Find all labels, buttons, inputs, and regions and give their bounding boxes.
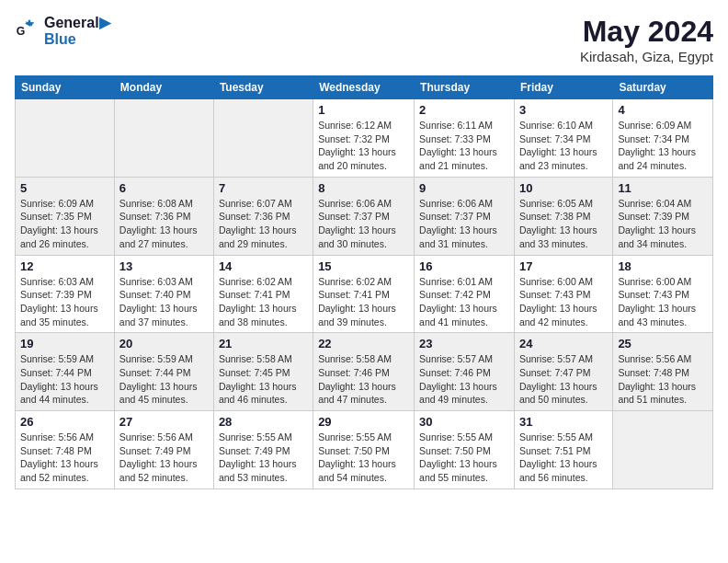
day-number: 19: [20, 337, 109, 350]
day-info: Sunrise: 6:08 AMSunset: 7:36 PMDaylight:…: [119, 197, 209, 251]
day-info: Sunrise: 6:10 AMSunset: 7:34 PMDaylight:…: [519, 119, 608, 173]
svg-text:G: G: [17, 24, 26, 37]
calendar-cell: 30Sunrise: 5:55 AMSunset: 7:50 PMDayligh…: [415, 411, 515, 489]
day-info: Sunrise: 6:01 AMSunset: 7:42 PMDaylight:…: [419, 275, 509, 329]
calendar-cell: 26Sunrise: 5:56 AMSunset: 7:48 PMDayligh…: [16, 411, 115, 489]
calendar-cell: 6Sunrise: 6:08 AMSunset: 7:36 PMDaylight…: [114, 177, 213, 255]
calendar-week-4: 19Sunrise: 5:59 AMSunset: 7:44 PMDayligh…: [16, 333, 713, 411]
calendar-cell: 21Sunrise: 5:58 AMSunset: 7:45 PMDayligh…: [213, 333, 313, 411]
weekday-header-wednesday: Wednesday: [313, 76, 415, 99]
day-info: Sunrise: 6:02 AMSunset: 7:41 PMDaylight:…: [318, 275, 409, 329]
day-number: 24: [519, 337, 608, 350]
day-info: Sunrise: 5:59 AMSunset: 7:44 PMDaylight:…: [20, 352, 109, 407]
day-info: Sunrise: 6:12 AMSunset: 7:32 PMDaylight:…: [318, 119, 409, 173]
day-number: 13: [119, 259, 209, 273]
day-number: 30: [419, 415, 509, 429]
calendar-cell: 4Sunrise: 6:09 AMSunset: 7:34 PMDaylight…: [613, 99, 713, 178]
calendar-cell: 1Sunrise: 6:12 AMSunset: 7:32 PMDaylight…: [313, 99, 415, 178]
day-info: Sunrise: 5:57 AMSunset: 7:47 PMDaylight:…: [519, 352, 608, 407]
day-number: 28: [219, 415, 308, 429]
day-number: 2: [419, 103, 509, 117]
day-number: 5: [20, 181, 109, 195]
day-info: Sunrise: 5:56 AMSunset: 7:49 PMDaylight:…: [119, 431, 209, 485]
logo: G General▶ Blue: [15, 15, 110, 47]
calendar-cell: 18Sunrise: 6:00 AMSunset: 7:43 PMDayligh…: [613, 255, 713, 333]
calendar-cell: 10Sunrise: 6:05 AMSunset: 7:38 PMDayligh…: [514, 177, 612, 255]
calendar-cell: 29Sunrise: 5:55 AMSunset: 7:50 PMDayligh…: [313, 411, 415, 489]
logo-text: General▶ Blue: [44, 15, 110, 47]
calendar-cell: [16, 99, 115, 178]
calendar-cell: 3Sunrise: 6:10 AMSunset: 7:34 PMDaylight…: [514, 99, 612, 178]
calendar-table: SundayMondayTuesdayWednesdayThursdayFrid…: [15, 75, 713, 489]
calendar-cell: 15Sunrise: 6:02 AMSunset: 7:41 PMDayligh…: [313, 255, 415, 333]
weekday-header-sunday: Sunday: [16, 76, 115, 99]
day-number: 12: [20, 259, 109, 273]
calendar-cell: 27Sunrise: 5:56 AMSunset: 7:49 PMDayligh…: [114, 411, 213, 489]
day-number: 20: [119, 337, 209, 350]
calendar-cell: 19Sunrise: 5:59 AMSunset: 7:44 PMDayligh…: [16, 333, 115, 411]
day-info: Sunrise: 6:09 AMSunset: 7:35 PMDaylight:…: [20, 197, 109, 251]
location: Kirdasah, Giza, Egypt: [580, 49, 713, 64]
calendar-cell: 25Sunrise: 5:56 AMSunset: 7:48 PMDayligh…: [613, 333, 713, 411]
weekday-header-row: SundayMondayTuesdayWednesdayThursdayFrid…: [16, 76, 713, 99]
day-number: 25: [618, 337, 708, 350]
calendar-cell: 7Sunrise: 6:07 AMSunset: 7:36 PMDaylight…: [213, 177, 313, 255]
day-info: Sunrise: 6:03 AMSunset: 7:40 PMDaylight:…: [119, 275, 209, 329]
day-info: Sunrise: 5:56 AMSunset: 7:48 PMDaylight:…: [618, 352, 708, 407]
day-number: 18: [618, 259, 708, 273]
day-info: Sunrise: 5:55 AMSunset: 7:50 PMDaylight:…: [318, 431, 409, 485]
title-block: May 2024 Kirdasah, Giza, Egypt: [580, 15, 713, 64]
day-number: 11: [618, 181, 708, 195]
month-title: May 2024: [580, 15, 713, 49]
day-info: Sunrise: 6:05 AMSunset: 7:38 PMDaylight:…: [519, 197, 608, 251]
day-info: Sunrise: 6:03 AMSunset: 7:39 PMDaylight:…: [20, 275, 109, 329]
day-number: 22: [318, 337, 409, 350]
day-number: 1: [318, 103, 409, 117]
calendar-cell: 23Sunrise: 5:57 AMSunset: 7:46 PMDayligh…: [415, 333, 515, 411]
calendar-cell: 31Sunrise: 5:55 AMSunset: 7:51 PMDayligh…: [514, 411, 612, 489]
calendar-cell: 2Sunrise: 6:11 AMSunset: 7:33 PMDaylight…: [415, 99, 515, 178]
calendar-cell: 20Sunrise: 5:59 AMSunset: 7:44 PMDayligh…: [114, 333, 213, 411]
calendar-cell: 13Sunrise: 6:03 AMSunset: 7:40 PMDayligh…: [114, 255, 213, 333]
day-info: Sunrise: 6:09 AMSunset: 7:34 PMDaylight:…: [618, 119, 708, 173]
calendar-cell: 9Sunrise: 6:06 AMSunset: 7:37 PMDaylight…: [415, 177, 515, 255]
day-info: Sunrise: 5:59 AMSunset: 7:44 PMDaylight:…: [119, 352, 209, 407]
calendar-cell: 24Sunrise: 5:57 AMSunset: 7:47 PMDayligh…: [514, 333, 612, 411]
day-info: Sunrise: 5:55 AMSunset: 7:49 PMDaylight:…: [219, 431, 308, 485]
day-info: Sunrise: 5:58 AMSunset: 7:46 PMDaylight:…: [318, 352, 409, 407]
day-number: 23: [419, 337, 509, 350]
day-info: Sunrise: 6:00 AMSunset: 7:43 PMDaylight:…: [519, 275, 608, 329]
calendar-week-3: 12Sunrise: 6:03 AMSunset: 7:39 PMDayligh…: [16, 255, 713, 333]
day-number: 15: [318, 259, 409, 273]
calendar-week-2: 5Sunrise: 6:09 AMSunset: 7:35 PMDaylight…: [16, 177, 713, 255]
day-number: 26: [20, 415, 109, 429]
calendar-cell: 11Sunrise: 6:04 AMSunset: 7:39 PMDayligh…: [613, 177, 713, 255]
calendar-week-5: 26Sunrise: 5:56 AMSunset: 7:48 PMDayligh…: [16, 411, 713, 489]
day-info: Sunrise: 5:57 AMSunset: 7:46 PMDaylight:…: [419, 352, 509, 407]
day-number: 16: [419, 259, 509, 273]
weekday-header-friday: Friday: [514, 76, 612, 99]
calendar-cell: [114, 99, 213, 178]
calendar-week-1: 1Sunrise: 6:12 AMSunset: 7:32 PMDaylight…: [16, 99, 713, 178]
day-number: 27: [119, 415, 209, 429]
calendar-cell: 28Sunrise: 5:55 AMSunset: 7:49 PMDayligh…: [213, 411, 313, 489]
calendar-cell: 16Sunrise: 6:01 AMSunset: 7:42 PMDayligh…: [415, 255, 515, 333]
page-header: G General▶ Blue May 2024 Kirdasah, Giza,…: [15, 15, 713, 64]
day-number: 31: [519, 415, 608, 429]
day-number: 7: [219, 181, 308, 195]
day-number: 14: [219, 259, 308, 273]
day-number: 17: [519, 259, 608, 273]
day-number: 4: [618, 103, 708, 117]
calendar-cell: 22Sunrise: 5:58 AMSunset: 7:46 PMDayligh…: [313, 333, 415, 411]
day-number: 9: [419, 181, 509, 195]
logo-icon: G: [15, 18, 40, 44]
calendar-cell: 12Sunrise: 6:03 AMSunset: 7:39 PMDayligh…: [16, 255, 115, 333]
calendar-cell: 17Sunrise: 6:00 AMSunset: 7:43 PMDayligh…: [514, 255, 612, 333]
day-info: Sunrise: 6:07 AMSunset: 7:36 PMDaylight:…: [219, 197, 308, 251]
day-number: 29: [318, 415, 409, 429]
day-info: Sunrise: 6:06 AMSunset: 7:37 PMDaylight:…: [419, 197, 509, 251]
weekday-header-tuesday: Tuesday: [213, 76, 313, 99]
day-info: Sunrise: 6:06 AMSunset: 7:37 PMDaylight:…: [318, 197, 409, 251]
day-info: Sunrise: 6:04 AMSunset: 7:39 PMDaylight:…: [618, 197, 708, 251]
day-info: Sunrise: 5:55 AMSunset: 7:51 PMDaylight:…: [519, 431, 608, 485]
